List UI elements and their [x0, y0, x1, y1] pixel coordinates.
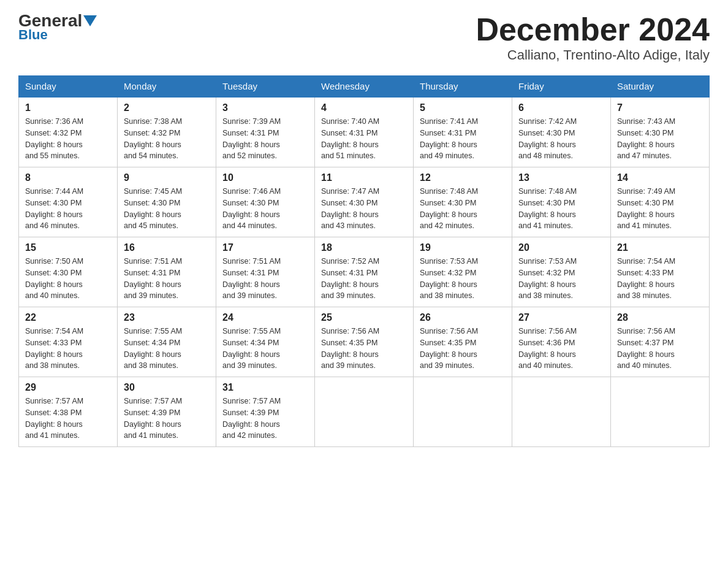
calendar-cell: 29 Sunrise: 7:57 AM Sunset: 4:38 PM Dayl…: [19, 377, 118, 447]
calendar-cell: 31 Sunrise: 7:57 AM Sunset: 4:39 PM Dayl…: [216, 377, 315, 447]
day-info: Sunrise: 7:49 AM Sunset: 4:30 PM Dayligh…: [617, 186, 703, 232]
calendar-cell: 2 Sunrise: 7:38 AM Sunset: 4:32 PM Dayli…: [118, 97, 216, 167]
calendar-cell: [315, 377, 414, 447]
day-number: 16: [124, 242, 210, 253]
day-info: Sunrise: 7:57 AM Sunset: 4:38 PM Dayligh…: [25, 396, 111, 442]
day-number: 17: [222, 242, 308, 253]
col-saturday: Saturday: [611, 76, 710, 98]
calendar-cell: 21 Sunrise: 7:54 AM Sunset: 4:33 PM Dayl…: [611, 237, 710, 307]
day-info: Sunrise: 7:48 AM Sunset: 4:30 PM Dayligh…: [518, 186, 604, 232]
day-number: 1: [25, 102, 111, 113]
day-number: 15: [25, 242, 111, 253]
day-info: Sunrise: 7:40 AM Sunset: 4:31 PM Dayligh…: [321, 116, 407, 162]
day-info: Sunrise: 7:36 AM Sunset: 4:32 PM Dayligh…: [25, 116, 111, 162]
svg-marker-0: [83, 15, 97, 26]
logo: General Blue: [18, 12, 97, 43]
calendar-cell: 28 Sunrise: 7:56 AM Sunset: 4:37 PM Dayl…: [611, 307, 710, 377]
calendar-cell: [611, 377, 710, 447]
day-info: Sunrise: 7:51 AM Sunset: 4:31 PM Dayligh…: [222, 256, 308, 302]
day-number: 20: [518, 242, 604, 253]
col-thursday: Thursday: [414, 76, 512, 98]
day-info: Sunrise: 7:56 AM Sunset: 4:37 PM Dayligh…: [617, 326, 703, 372]
calendar-cell: 16 Sunrise: 7:51 AM Sunset: 4:31 PM Dayl…: [118, 237, 216, 307]
day-info: Sunrise: 7:54 AM Sunset: 4:33 PM Dayligh…: [617, 256, 703, 302]
calendar-cell: 19 Sunrise: 7:53 AM Sunset: 4:32 PM Dayl…: [414, 237, 512, 307]
calendar-week-3: 15 Sunrise: 7:50 AM Sunset: 4:30 PM Dayl…: [19, 237, 710, 307]
calendar-cell: 7 Sunrise: 7:43 AM Sunset: 4:30 PM Dayli…: [611, 97, 710, 167]
day-info: Sunrise: 7:41 AM Sunset: 4:31 PM Dayligh…: [420, 116, 506, 162]
day-number: 8: [25, 172, 111, 183]
day-info: Sunrise: 7:38 AM Sunset: 4:32 PM Dayligh…: [124, 116, 210, 162]
calendar-cell: 22 Sunrise: 7:54 AM Sunset: 4:33 PM Dayl…: [19, 307, 118, 377]
calendar-cell: 25 Sunrise: 7:56 AM Sunset: 4:35 PM Dayl…: [315, 307, 414, 377]
calendar-cell: 30 Sunrise: 7:57 AM Sunset: 4:39 PM Dayl…: [118, 377, 216, 447]
day-info: Sunrise: 7:48 AM Sunset: 4:30 PM Dayligh…: [420, 186, 506, 232]
day-number: 27: [518, 312, 604, 323]
day-info: Sunrise: 7:47 AM Sunset: 4:30 PM Dayligh…: [321, 186, 407, 232]
day-info: Sunrise: 7:55 AM Sunset: 4:34 PM Dayligh…: [124, 326, 210, 372]
day-number: 28: [617, 312, 703, 323]
day-info: Sunrise: 7:56 AM Sunset: 4:36 PM Dayligh…: [518, 326, 604, 372]
day-info: Sunrise: 7:56 AM Sunset: 4:35 PM Dayligh…: [321, 326, 407, 372]
col-wednesday: Wednesday: [315, 76, 414, 98]
day-info: Sunrise: 7:39 AM Sunset: 4:31 PM Dayligh…: [222, 116, 308, 162]
logo-blue-text: Blue: [18, 27, 48, 43]
calendar-cell: 3 Sunrise: 7:39 AM Sunset: 4:31 PM Dayli…: [216, 97, 315, 167]
day-number: 19: [420, 242, 506, 253]
day-number: 5: [420, 102, 506, 113]
day-info: Sunrise: 7:52 AM Sunset: 4:31 PM Dayligh…: [321, 256, 407, 302]
calendar-cell: [512, 377, 611, 447]
calendar-cell: 6 Sunrise: 7:42 AM Sunset: 4:30 PM Dayli…: [512, 97, 611, 167]
calendar-cell: 4 Sunrise: 7:40 AM Sunset: 4:31 PM Dayli…: [315, 97, 414, 167]
day-number: 7: [617, 102, 703, 113]
calendar-cell: 17 Sunrise: 7:51 AM Sunset: 4:31 PM Dayl…: [216, 237, 315, 307]
col-friday: Friday: [512, 76, 611, 98]
calendar-cell: 5 Sunrise: 7:41 AM Sunset: 4:31 PM Dayli…: [414, 97, 512, 167]
calendar-cell: 18 Sunrise: 7:52 AM Sunset: 4:31 PM Dayl…: [315, 237, 414, 307]
day-info: Sunrise: 7:43 AM Sunset: 4:30 PM Dayligh…: [617, 116, 703, 162]
page-header: General Blue December 2024 Calliano, Tre…: [18, 12, 710, 63]
calendar-week-5: 29 Sunrise: 7:57 AM Sunset: 4:38 PM Dayl…: [19, 377, 710, 447]
calendar-cell: 8 Sunrise: 7:44 AM Sunset: 4:30 PM Dayli…: [19, 167, 118, 237]
day-number: 30: [124, 382, 210, 393]
day-info: Sunrise: 7:54 AM Sunset: 4:33 PM Dayligh…: [25, 326, 111, 372]
day-number: 11: [321, 172, 407, 183]
calendar-cell: [414, 377, 512, 447]
col-sunday: Sunday: [19, 76, 118, 98]
calendar-cell: 23 Sunrise: 7:55 AM Sunset: 4:34 PM Dayl…: [118, 307, 216, 377]
day-number: 18: [321, 242, 407, 253]
logo-arrow-icon: [83, 15, 97, 28]
calendar-subtitle: Calliano, Trentino-Alto Adige, Italy: [476, 47, 710, 63]
day-info: Sunrise: 7:57 AM Sunset: 4:39 PM Dayligh…: [222, 396, 308, 442]
calendar-cell: 15 Sunrise: 7:50 AM Sunset: 4:30 PM Dayl…: [19, 237, 118, 307]
day-number: 3: [222, 102, 308, 113]
calendar-cell: 9 Sunrise: 7:45 AM Sunset: 4:30 PM Dayli…: [118, 167, 216, 237]
day-info: Sunrise: 7:53 AM Sunset: 4:32 PM Dayligh…: [518, 256, 604, 302]
day-number: 2: [124, 102, 210, 113]
calendar-cell: 1 Sunrise: 7:36 AM Sunset: 4:32 PM Dayli…: [19, 97, 118, 167]
calendar-cell: 24 Sunrise: 7:55 AM Sunset: 4:34 PM Dayl…: [216, 307, 315, 377]
day-info: Sunrise: 7:46 AM Sunset: 4:30 PM Dayligh…: [222, 186, 308, 232]
col-monday: Monday: [118, 76, 216, 98]
day-number: 22: [25, 312, 111, 323]
day-info: Sunrise: 7:45 AM Sunset: 4:30 PM Dayligh…: [124, 186, 210, 232]
day-number: 9: [124, 172, 210, 183]
day-number: 14: [617, 172, 703, 183]
calendar-cell: 27 Sunrise: 7:56 AM Sunset: 4:36 PM Dayl…: [512, 307, 611, 377]
calendar-table: Sunday Monday Tuesday Wednesday Thursday…: [18, 75, 710, 447]
day-number: 12: [420, 172, 506, 183]
day-info: Sunrise: 7:42 AM Sunset: 4:30 PM Dayligh…: [518, 116, 604, 162]
col-tuesday: Tuesday: [216, 76, 315, 98]
day-info: Sunrise: 7:57 AM Sunset: 4:39 PM Dayligh…: [124, 396, 210, 442]
calendar-title: December 2024: [476, 12, 710, 47]
day-info: Sunrise: 7:44 AM Sunset: 4:30 PM Dayligh…: [25, 186, 111, 232]
calendar-week-2: 8 Sunrise: 7:44 AM Sunset: 4:30 PM Dayli…: [19, 167, 710, 237]
calendar-cell: 20 Sunrise: 7:53 AM Sunset: 4:32 PM Dayl…: [512, 237, 611, 307]
day-info: Sunrise: 7:53 AM Sunset: 4:32 PM Dayligh…: [420, 256, 506, 302]
day-info: Sunrise: 7:51 AM Sunset: 4:31 PM Dayligh…: [124, 256, 210, 302]
day-number: 10: [222, 172, 308, 183]
day-number: 24: [222, 312, 308, 323]
calendar-cell: 12 Sunrise: 7:48 AM Sunset: 4:30 PM Dayl…: [414, 167, 512, 237]
title-block: December 2024 Calliano, Trentino-Alto Ad…: [476, 12, 710, 63]
calendar-week-1: 1 Sunrise: 7:36 AM Sunset: 4:32 PM Dayli…: [19, 97, 710, 167]
